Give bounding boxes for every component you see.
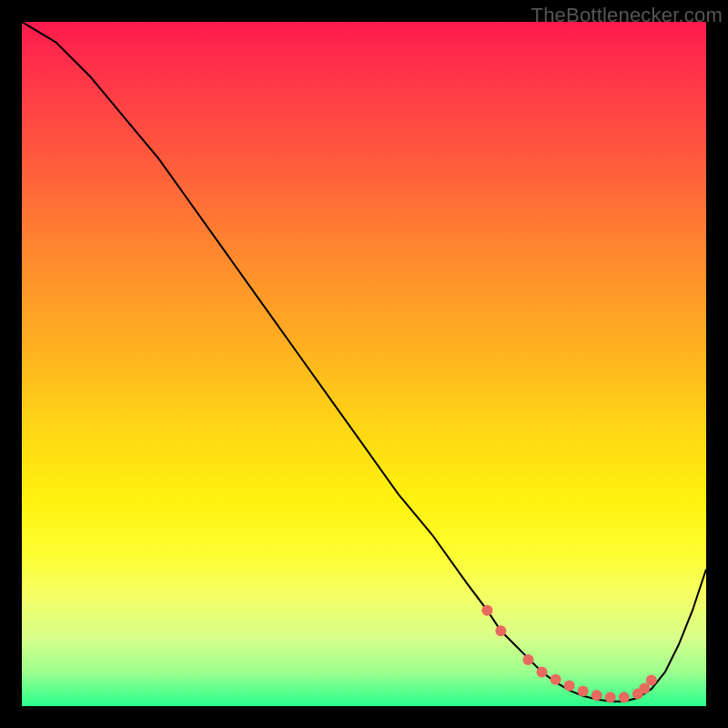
marker-dot: [592, 690, 602, 701]
marker-dot: [605, 692, 616, 703]
curve-svg: [22, 22, 706, 706]
marker-dot: [523, 654, 534, 665]
plot-area: [22, 22, 706, 706]
marker-dot: [481, 605, 492, 616]
marker-group: [481, 605, 656, 703]
marker-dot: [537, 666, 548, 677]
marker-dot: [619, 692, 630, 703]
curve-path: [22, 22, 706, 702]
marker-dot: [551, 674, 561, 685]
marker-dot: [578, 686, 589, 697]
chart-frame: TheBottlenecker.com: [0, 0, 728, 728]
marker-dot: [564, 680, 575, 691]
watermark-text: TheBottlenecker.com: [531, 4, 723, 27]
marker-dot: [495, 625, 506, 636]
marker-dot: [646, 674, 657, 685]
